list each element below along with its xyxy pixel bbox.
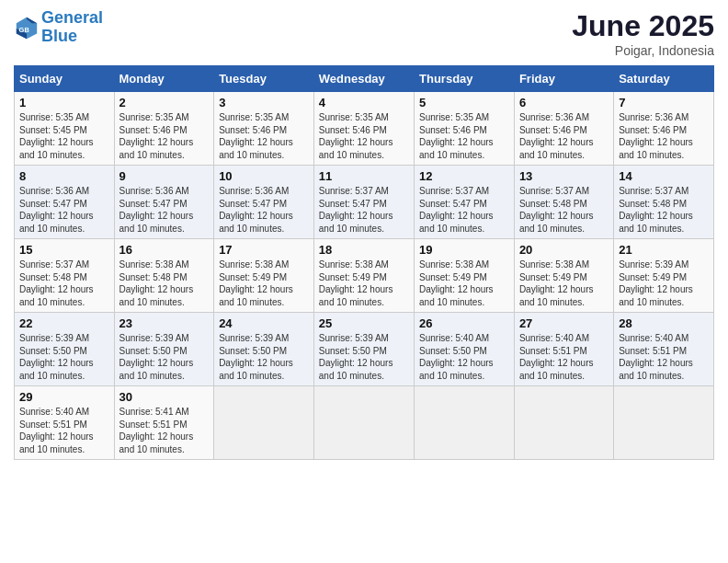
day-info: Sunrise: 5:37 AM Sunset: 5:47 PM Dayligh…	[419, 185, 509, 235]
day-info: Sunrise: 5:35 AM Sunset: 5:46 PM Dayligh…	[419, 111, 509, 161]
day-info: Sunrise: 5:36 AM Sunset: 5:46 PM Dayligh…	[519, 111, 609, 161]
calendar-cell	[415, 386, 515, 460]
calendar-cell: 13Sunrise: 5:37 AM Sunset: 5:48 PM Dayli…	[514, 166, 613, 239]
day-number: 28	[619, 316, 709, 330]
calendar-cell: 18Sunrise: 5:38 AM Sunset: 5:49 PM Dayli…	[313, 239, 414, 313]
day-number: 7	[619, 96, 709, 109]
day-info: Sunrise: 5:38 AM Sunset: 5:49 PM Dayligh…	[219, 259, 309, 308]
calendar-cell: 14Sunrise: 5:37 AM Sunset: 5:48 PM Dayli…	[614, 166, 714, 239]
calendar-week-5: 29Sunrise: 5:40 AM Sunset: 5:51 PM Dayli…	[15, 386, 714, 460]
day-info: Sunrise: 5:38 AM Sunset: 5:49 PM Dayligh…	[319, 259, 409, 308]
day-info: Sunrise: 5:39 AM Sunset: 5:50 PM Dayligh…	[319, 332, 409, 382]
calendar-cell: 6Sunrise: 5:36 AM Sunset: 5:46 PM Daylig…	[514, 92, 613, 166]
calendar-week-4: 22Sunrise: 5:39 AM Sunset: 5:50 PM Dayli…	[15, 313, 714, 386]
calendar-cell: 17Sunrise: 5:38 AM Sunset: 5:49 PM Dayli…	[214, 239, 314, 313]
logo-icon: GB	[14, 15, 40, 40]
day-number: 15	[19, 243, 109, 257]
calendar-cell: 4Sunrise: 5:35 AM Sunset: 5:46 PM Daylig…	[313, 92, 414, 166]
calendar-cell: 9Sunrise: 5:36 AM Sunset: 5:47 PM Daylig…	[114, 166, 214, 239]
calendar-cell: 10Sunrise: 5:36 AM Sunset: 5:47 PM Dayli…	[214, 166, 314, 239]
day-info: Sunrise: 5:37 AM Sunset: 5:48 PM Dayligh…	[619, 185, 709, 235]
calendar-cell: 8Sunrise: 5:36 AM Sunset: 5:47 PM Daylig…	[15, 166, 115, 239]
day-info: Sunrise: 5:38 AM Sunset: 5:49 PM Dayligh…	[519, 259, 609, 308]
day-info: Sunrise: 5:40 AM Sunset: 5:50 PM Dayligh…	[419, 332, 509, 382]
weekday-header-monday: Monday	[114, 66, 214, 92]
day-number: 14	[619, 169, 709, 183]
weekday-header-thursday: Thursday	[415, 66, 515, 92]
day-number: 22	[19, 316, 109, 330]
logo-line2: Blue	[41, 27, 77, 45]
weekday-header-row: SundayMondayTuesdayWednesdayThursdayFrid…	[15, 66, 714, 92]
weekday-header-wednesday: Wednesday	[313, 66, 414, 92]
calendar-cell	[214, 386, 314, 460]
calendar-cell: 30Sunrise: 5:41 AM Sunset: 5:51 PM Dayli…	[114, 386, 214, 460]
month-title: June 2025	[572, 9, 714, 43]
weekday-header-sunday: Sunday	[15, 66, 115, 92]
day-number: 10	[219, 169, 309, 183]
day-number: 27	[519, 316, 609, 330]
day-number: 8	[19, 169, 109, 183]
day-info: Sunrise: 5:35 AM Sunset: 5:46 PM Dayligh…	[219, 111, 309, 161]
calendar-cell: 2Sunrise: 5:35 AM Sunset: 5:46 PM Daylig…	[114, 92, 214, 166]
calendar-cell: 20Sunrise: 5:38 AM Sunset: 5:49 PM Dayli…	[514, 239, 613, 313]
day-number: 16	[119, 243, 210, 257]
calendar-cell: 29Sunrise: 5:40 AM Sunset: 5:51 PM Dayli…	[15, 386, 115, 460]
calendar-cell: 27Sunrise: 5:40 AM Sunset: 5:51 PM Dayli…	[514, 313, 613, 386]
day-number: 17	[219, 243, 309, 257]
calendar-table: SundayMondayTuesdayWednesdayThursdayFrid…	[14, 65, 714, 460]
day-info: Sunrise: 5:39 AM Sunset: 5:50 PM Dayligh…	[219, 332, 309, 382]
calendar-cell: 24Sunrise: 5:39 AM Sunset: 5:50 PM Dayli…	[214, 313, 314, 386]
day-info: Sunrise: 5:38 AM Sunset: 5:49 PM Dayligh…	[419, 259, 509, 308]
calendar-cell: 16Sunrise: 5:38 AM Sunset: 5:48 PM Dayli…	[114, 239, 214, 313]
day-info: Sunrise: 5:37 AM Sunset: 5:48 PM Dayligh…	[519, 185, 609, 235]
day-number: 20	[519, 243, 609, 257]
day-info: Sunrise: 5:41 AM Sunset: 5:51 PM Dayligh…	[119, 406, 210, 455]
day-info: Sunrise: 5:39 AM Sunset: 5:50 PM Dayligh…	[119, 332, 210, 382]
calendar-cell: 12Sunrise: 5:37 AM Sunset: 5:47 PM Dayli…	[415, 166, 515, 239]
day-info: Sunrise: 5:40 AM Sunset: 5:51 PM Dayligh…	[519, 332, 609, 382]
day-info: Sunrise: 5:35 AM Sunset: 5:46 PM Dayligh…	[119, 111, 210, 161]
day-info: Sunrise: 5:36 AM Sunset: 5:47 PM Dayligh…	[19, 185, 109, 235]
day-number: 19	[419, 243, 509, 257]
day-number: 30	[119, 390, 210, 404]
weekday-header-friday: Friday	[514, 66, 613, 92]
calendar-cell: 26Sunrise: 5:40 AM Sunset: 5:50 PM Dayli…	[415, 313, 515, 386]
day-info: Sunrise: 5:36 AM Sunset: 5:47 PM Dayligh…	[119, 185, 210, 235]
calendar-cell	[614, 386, 714, 460]
day-number: 4	[319, 96, 409, 109]
day-number: 13	[519, 169, 609, 183]
calendar-week-2: 8Sunrise: 5:36 AM Sunset: 5:47 PM Daylig…	[15, 166, 714, 239]
calendar-cell: 7Sunrise: 5:36 AM Sunset: 5:46 PM Daylig…	[614, 92, 714, 166]
calendar-body: 1Sunrise: 5:35 AM Sunset: 5:45 PM Daylig…	[15, 92, 714, 460]
day-number: 2	[119, 96, 210, 109]
calendar-cell: 11Sunrise: 5:37 AM Sunset: 5:47 PM Dayli…	[313, 166, 414, 239]
logo-line1: General	[41, 8, 103, 27]
page-container: GB General Blue June 2025 Poigar, Indone…	[0, 0, 728, 469]
day-info: Sunrise: 5:36 AM Sunset: 5:46 PM Dayligh…	[619, 111, 709, 161]
day-number: 5	[419, 96, 509, 109]
day-number: 12	[419, 169, 509, 183]
calendar-cell: 1Sunrise: 5:35 AM Sunset: 5:45 PM Daylig…	[15, 92, 115, 166]
calendar-cell	[313, 386, 414, 460]
logo-text: General Blue	[41, 9, 103, 46]
calendar-week-3: 15Sunrise: 5:37 AM Sunset: 5:48 PM Dayli…	[15, 239, 714, 313]
header: GB General Blue June 2025 Poigar, Indone…	[14, 9, 714, 58]
location-subtitle: Poigar, Indonesia	[572, 43, 714, 58]
calendar-cell: 21Sunrise: 5:39 AM Sunset: 5:49 PM Dayli…	[614, 239, 714, 313]
day-info: Sunrise: 5:37 AM Sunset: 5:48 PM Dayligh…	[19, 259, 109, 308]
day-number: 9	[119, 169, 210, 183]
calendar-cell: 28Sunrise: 5:40 AM Sunset: 5:51 PM Dayli…	[614, 313, 714, 386]
day-info: Sunrise: 5:36 AM Sunset: 5:47 PM Dayligh…	[219, 185, 309, 235]
title-block: June 2025 Poigar, Indonesia	[572, 9, 714, 58]
day-number: 18	[319, 243, 409, 257]
day-number: 26	[419, 316, 509, 330]
day-info: Sunrise: 5:35 AM Sunset: 5:45 PM Dayligh…	[19, 111, 109, 161]
calendar-cell: 23Sunrise: 5:39 AM Sunset: 5:50 PM Dayli…	[114, 313, 214, 386]
day-number: 11	[319, 169, 409, 183]
calendar-cell: 3Sunrise: 5:35 AM Sunset: 5:46 PM Daylig…	[214, 92, 314, 166]
day-info: Sunrise: 5:40 AM Sunset: 5:51 PM Dayligh…	[19, 406, 109, 455]
day-number: 21	[619, 243, 709, 257]
calendar-cell: 19Sunrise: 5:38 AM Sunset: 5:49 PM Dayli…	[415, 239, 515, 313]
day-info: Sunrise: 5:37 AM Sunset: 5:47 PM Dayligh…	[319, 185, 409, 235]
weekday-header-tuesday: Tuesday	[214, 66, 314, 92]
